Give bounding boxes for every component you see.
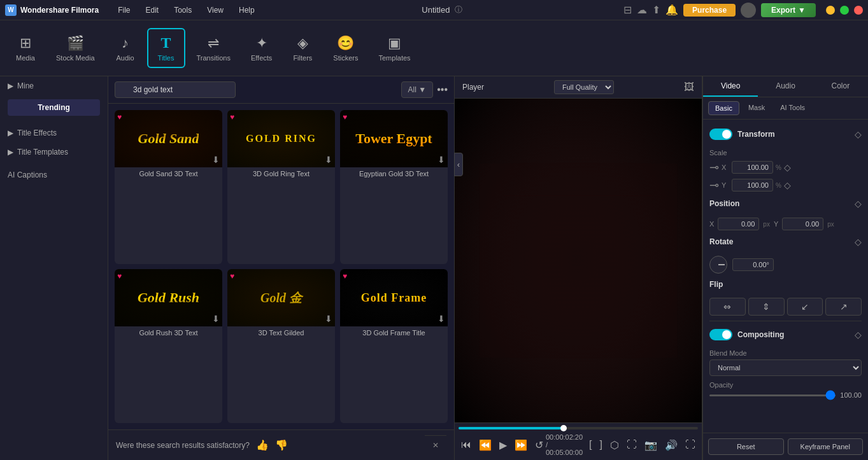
toolbar-templates[interactable]: ▣ Templates: [369, 30, 419, 67]
panel-collapse-button[interactable]: ‹: [454, 153, 463, 176]
expand-button[interactable]: ⛶: [683, 438, 698, 452]
opacity-value: 100.00: [839, 391, 862, 399]
reset-button[interactable]: Reset: [708, 438, 784, 455]
sub-tab-basic[interactable]: Basic: [708, 101, 739, 115]
rotate-dial[interactable]: [709, 256, 727, 274]
position-keyframe-button[interactable]: ◇: [855, 199, 862, 209]
title-card-gold-rush[interactable]: ♥ Gold Rush ⬇ Gold Rush 3D Text: [115, 269, 222, 423]
time-separator: /: [546, 441, 548, 449]
flip-vertical-button[interactable]: ⇕: [748, 298, 785, 316]
toolbar-filters[interactable]: ◈ Filters: [283, 30, 322, 67]
category-mine[interactable]: ▶ Mine: [0, 76, 108, 95]
progress-handle[interactable]: [560, 425, 567, 431]
thumbs-down-button[interactable]: 👎: [275, 439, 288, 451]
card-thumb-rush: ♥ Gold Rush ⬇: [115, 269, 222, 326]
scale-y-input[interactable]: [732, 179, 773, 192]
loop-button[interactable]: ↺: [532, 438, 546, 452]
menu-file[interactable]: File: [111, 4, 136, 16]
compositing-keyframe-button[interactable]: ◇: [855, 330, 862, 340]
main-layout: ▶ Mine Trending ▶ Title Effects ▶ Title …: [0, 76, 868, 460]
arrow-icon-effects: ▶: [8, 129, 13, 137]
transform-section-header: Transform ◇: [709, 126, 862, 143]
title-card-gilded[interactable]: ♥ Gold 金 ⬇ 3D Text Gilded: [227, 269, 335, 423]
gold-rush-label: Gold Rush 3D Text: [115, 326, 222, 340]
window-maximize[interactable]: [840, 6, 849, 15]
filter-label: All: [408, 85, 416, 94]
blend-mode-select[interactable]: Normal: [709, 359, 862, 376]
transform-keyframe-button[interactable]: ◇: [855, 129, 862, 139]
toolbar-stickers[interactable]: 😊 Stickers: [324, 30, 367, 67]
opacity-slider[interactable]: [709, 394, 836, 396]
frame-forward-button[interactable]: ⏩: [512, 438, 530, 452]
rotate-input[interactable]: [732, 258, 774, 271]
feedback-close-button[interactable]: ✕: [425, 435, 446, 455]
mark-in-button[interactable]: [: [587, 438, 594, 452]
sub-tab-ai-tools[interactable]: AI Tools: [774, 101, 811, 115]
ai-captions[interactable]: AI Captions: [0, 165, 108, 185]
rotate-keyframe-button[interactable]: ◇: [855, 237, 862, 247]
flip-diag1-button[interactable]: ↙: [787, 298, 823, 316]
toolbar-stock-media[interactable]: 🎬 Stock Media: [47, 30, 104, 67]
flip-horizontal-button[interactable]: ⇔: [709, 298, 746, 316]
more-options-button[interactable]: •••: [437, 84, 448, 95]
title-card-gold-sand[interactable]: ♥ Gold Sand ⬇ Gold Sand 3D Text: [115, 110, 222, 264]
menu-view[interactable]: View: [201, 4, 230, 16]
frame-back-button[interactable]: ⏪: [476, 438, 494, 452]
controls-row: ⏮ ⏪ ▶ ⏩ ↺ 00:00:02:20 / 00:05:00:00 [ ] …: [459, 433, 698, 456]
transform-toggle[interactable]: [709, 129, 732, 140]
purchase-button[interactable]: Purchase: [683, 4, 736, 17]
window-minimize[interactable]: [826, 6, 835, 15]
menu-edit[interactable]: Edit: [139, 4, 165, 16]
position-x-input[interactable]: [718, 218, 759, 230]
blend-mode-section: Blend Mode Normal: [709, 349, 862, 381]
player-panel: Player Full Quality 🖼: [454, 76, 702, 460]
title-card-gold-frame[interactable]: ♥ Gold Frame ⬇ 3D Gold Frame Title: [340, 269, 448, 423]
category-title-templates[interactable]: ▶ Title Templates: [0, 143, 108, 162]
screenshot-icon[interactable]: 🖼: [684, 81, 694, 93]
sub-tabs: Basic Mask AI Tools: [703, 97, 868, 120]
flip-diag2-button[interactable]: ↗: [825, 298, 862, 316]
export-button[interactable]: Export ▼: [761, 3, 816, 17]
menu-tools[interactable]: Tools: [167, 4, 198, 16]
mark-out-button[interactable]: ]: [597, 438, 605, 452]
window-close[interactable]: [854, 6, 863, 15]
tab-video[interactable]: Video: [703, 76, 758, 97]
toolbar-audio[interactable]: ♪ Audio: [106, 30, 145, 67]
fullscreen-button[interactable]: ⛶: [624, 438, 639, 452]
snapshot-button[interactable]: 📷: [642, 438, 660, 452]
scale-x-row: ⊸ X % ◇: [709, 160, 862, 174]
pos-x-unit: px: [763, 221, 770, 228]
download-icon-frame: ⬇: [438, 314, 445, 324]
toolbar-media[interactable]: ⊞ Media: [6, 30, 45, 67]
trending-button[interactable]: Trending: [8, 99, 100, 116]
transitions-label: Transitions: [197, 54, 231, 62]
tab-color[interactable]: Color: [813, 76, 868, 97]
position-y-input[interactable]: [782, 218, 823, 230]
compositing-toggle[interactable]: [709, 329, 732, 340]
scale-y-keyframe[interactable]: ◇: [784, 180, 791, 190]
toolbar-effects[interactable]: ✦ Effects: [242, 30, 281, 67]
scale-x-input[interactable]: [732, 161, 773, 174]
quality-select[interactable]: Full Quality: [554, 80, 614, 94]
sub-tab-mask[interactable]: Mask: [742, 101, 771, 115]
pos-x-label: X: [709, 220, 714, 228]
play-button[interactable]: ▶: [497, 438, 509, 452]
keyframe-panel-button[interactable]: Keyframe Panel: [788, 438, 864, 455]
scale-x-keyframe[interactable]: ◇: [784, 162, 791, 172]
insert-button[interactable]: ⬡: [608, 438, 622, 452]
divider-1: [709, 321, 862, 321]
filter-dropdown[interactable]: All ▼: [401, 81, 434, 98]
title-card-egypt[interactable]: ♥ Tower Egypt ⬇ Egyptian Gold 3D Text: [340, 110, 448, 264]
flip-title: Flip: [709, 280, 723, 289]
tab-audio[interactable]: Audio: [758, 76, 813, 97]
progress-bar[interactable]: [459, 427, 698, 429]
title-card-gold-ring[interactable]: ♥ GOLD RING ⬇ 3D Gold Ring Text: [227, 110, 335, 264]
thumbs-up-button[interactable]: 👍: [256, 439, 269, 451]
search-input[interactable]: [115, 81, 236, 98]
volume-button[interactable]: 🔊: [662, 438, 680, 452]
category-title-effects[interactable]: ▶ Title Effects: [0, 123, 108, 143]
toolbar-transitions[interactable]: ⇌ Transitions: [188, 30, 239, 67]
menu-help[interactable]: Help: [232, 4, 261, 16]
skip-back-button[interactable]: ⏮: [459, 438, 474, 452]
toolbar-titles[interactable]: T Titles: [147, 28, 185, 68]
